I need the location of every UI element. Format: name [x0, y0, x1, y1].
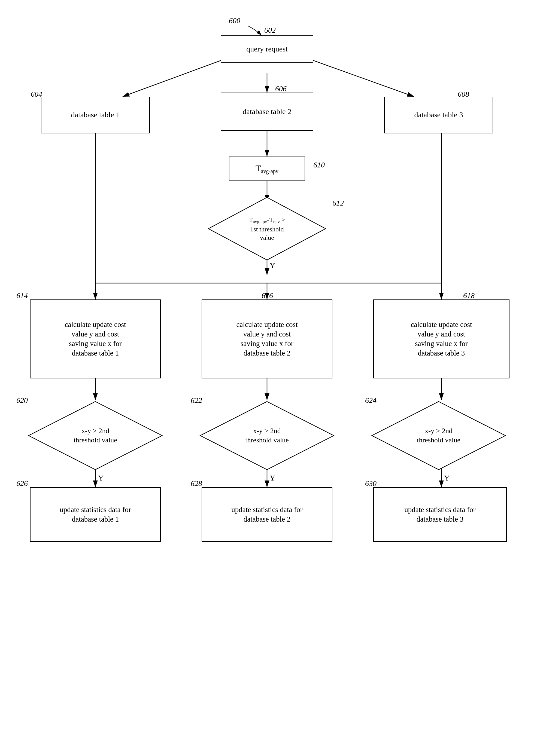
node-db-table-1: database table 1 — [41, 97, 150, 133]
y-label-612: Y — [270, 261, 275, 270]
label-600: 600 — [229, 16, 240, 25]
label-616: 616 — [262, 291, 273, 300]
label-606: 606 — [275, 84, 287, 93]
label-612: 612 — [332, 199, 344, 207]
node-db-table-3: database table 3 — [384, 97, 493, 133]
label-608: 608 — [458, 90, 469, 98]
node-update-628: update statistics data for database tabl… — [202, 487, 332, 542]
label-602: 602 — [264, 26, 276, 35]
label-614: 614 — [16, 291, 28, 300]
node-calc-616: calculate update cost value y and cost s… — [202, 299, 332, 378]
svg-line-2 — [123, 59, 226, 97]
label-626: 626 — [16, 479, 28, 488]
node-t-avg-apv: Tavg-apv — [229, 156, 305, 181]
node-diamond-612: Tavg-apv-Tnpv >1st thresholdvalue — [207, 196, 327, 261]
y-label-622: Y — [270, 474, 275, 482]
node-diamond-620: x-y > 2ndthreshold value — [27, 400, 163, 471]
label-618: 618 — [463, 291, 475, 300]
label-622: 622 — [191, 396, 202, 405]
y-label-624: Y — [444, 474, 450, 482]
label-630: 630 — [365, 479, 377, 488]
svg-line-3 — [308, 59, 414, 97]
diagram: 600 query request 602 database table 1 6… — [0, 0, 534, 756]
label-610: 610 — [313, 161, 325, 169]
label-620: 620 — [16, 396, 28, 405]
node-db-table-2: database table 2 — [221, 93, 313, 131]
node-diamond-624: x-y > 2ndthreshold value — [371, 400, 507, 471]
label-628: 628 — [191, 479, 202, 488]
y-label-620: Y — [98, 474, 103, 482]
node-query-request: query request — [221, 35, 313, 63]
node-update-630: update statistics data for database tabl… — [373, 487, 507, 542]
node-calc-618: calculate update cost value y and cost s… — [373, 299, 510, 378]
label-624: 624 — [365, 396, 377, 405]
node-diamond-622: x-y > 2ndthreshold value — [199, 400, 335, 471]
node-update-626: update statistics data for database tabl… — [30, 487, 161, 542]
node-calc-614: calculate update cost value y and cost s… — [30, 299, 161, 378]
label-604: 604 — [31, 90, 42, 98]
